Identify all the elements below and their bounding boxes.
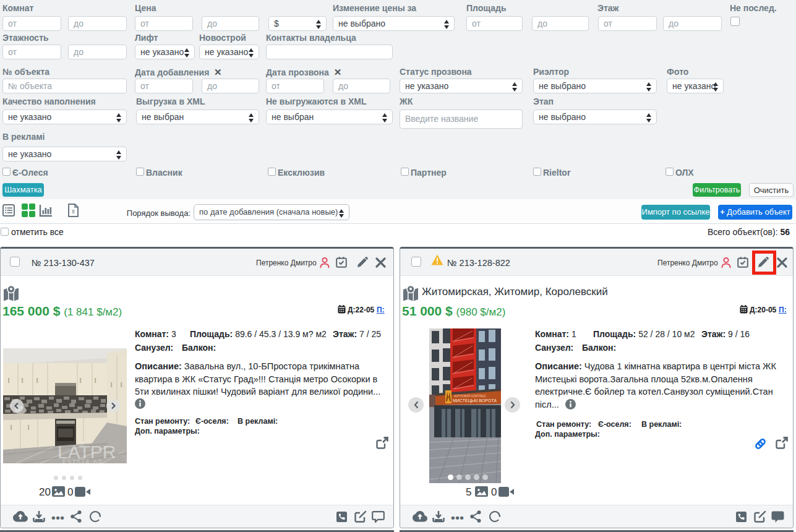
svg-text:ESTATE AG: ESTATE AG [62, 458, 104, 463]
svg-text:МИСТЕЦЬКІ ВОРОТА: МИСТЕЦЬКІ ВОРОТА [453, 398, 497, 403]
svg-text:x: x [72, 208, 75, 215]
svg-text:ЖИТЛОВИЙ КОМПЛЕКС: ЖИТЛОВИЙ КОМПЛЕКС [454, 393, 487, 398]
